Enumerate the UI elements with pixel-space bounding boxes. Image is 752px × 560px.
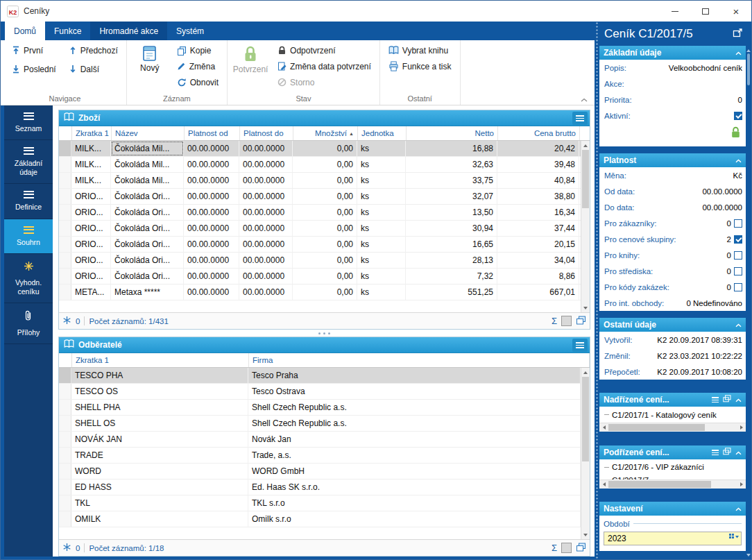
scroll-track[interactable]	[581, 150, 590, 303]
scroll-down-button[interactable]	[581, 530, 590, 539]
list-item[interactable]: C1/2017/6 - VIP zákazníci	[599, 461, 746, 474]
scroll-thumb[interactable]	[608, 424, 705, 431]
sidebar-item-seznam[interactable]: Seznam	[4, 105, 53, 140]
scroll-right-button[interactable]	[737, 480, 746, 489]
tab-domu[interactable]: Domů	[5, 22, 45, 40]
table-row[interactable]: ORIO...Čokoláda Ori...00.00.000000.00.00…	[59, 269, 581, 285]
column-header[interactable]: Jednotka	[358, 126, 407, 140]
table-row[interactable]: ORIO...Čokoláda Ori...00.00.000000.00.00…	[59, 237, 581, 253]
scroll-left-button[interactable]	[599, 423, 608, 432]
table-row[interactable]: MILK...Čokoláda Mil...00.00.000000.00.00…	[59, 173, 581, 189]
sidebar-item-prilohy[interactable]: Přílohy	[4, 303, 53, 344]
field-checkbox[interactable]	[734, 267, 742, 275]
tab-system[interactable]: Systém	[167, 22, 213, 40]
field-checkbox[interactable]	[734, 219, 742, 228]
table-row[interactable]: SHELL OSShell Czech Republic a.s.	[59, 416, 581, 432]
table-row[interactable]: ED HASSEd. Haas SK s.r.o.	[59, 480, 581, 495]
table-row[interactable]: NOVÁK JANNovák Jan	[59, 432, 581, 448]
vertical-scrollbar[interactable]	[581, 141, 590, 312]
first-button[interactable]: První	[7, 42, 61, 58]
scroll-thumb[interactable]	[582, 377, 589, 461]
minimize-button[interactable]	[660, 1, 690, 22]
horizontal-scrollbar[interactable]	[599, 480, 746, 489]
panel-menu-button[interactable]	[572, 339, 588, 352]
panel-splitter[interactable]	[58, 330, 590, 337]
last-button[interactable]: Poslední	[7, 61, 61, 77]
list-item[interactable]: C1/2017/7 - …	[599, 474, 746, 480]
tab-hromadne-akce[interactable]: Hromadné akce	[90, 22, 167, 40]
panel-menu-button[interactable]	[572, 112, 588, 125]
edit-button[interactable]: Změna	[172, 58, 223, 74]
functions-print-button[interactable]: Funkce a tisk	[384, 58, 456, 74]
table-row[interactable]: TESCO OSTesco Ostrava	[59, 384, 581, 400]
field-checkbox[interactable]	[734, 112, 742, 120]
previous-button[interactable]: Předchozí	[64, 42, 123, 58]
refresh-button[interactable]: Obnovit	[172, 74, 223, 90]
cancel-record-button[interactable]: Storno	[273, 74, 376, 90]
table-row[interactable]: TESCO PHATesco Praha	[59, 368, 581, 384]
vertical-scrollbar[interactable]	[581, 368, 590, 539]
table-row[interactable]: ORIO...Čokoláda Ori...00.00.000000.00.00…	[59, 221, 581, 237]
table-row[interactable]: TRADETrade, a.s.	[59, 448, 581, 464]
obdobi-select[interactable]: 2023	[604, 532, 742, 545]
table-row[interactable]: MILK...Čokoláda Mil...00.00.000000.00.00…	[59, 141, 581, 157]
column-header[interactable]: Zkratka 1	[72, 353, 249, 367]
table-row[interactable]: OMILKOmilk s.r.o	[59, 511, 581, 527]
horizontal-scrollbar[interactable]	[599, 423, 746, 432]
section-header[interactable]: Podřízené cení...	[599, 446, 746, 459]
section-header[interactable]: Nastavení	[599, 502, 746, 516]
section-header[interactable]: Ostatní údaje	[599, 318, 746, 332]
layered-squares-icon[interactable]	[723, 448, 731, 457]
scroll-up-button[interactable]	[581, 368, 590, 377]
layered-squares-icon[interactable]	[576, 316, 586, 326]
scroll-right-button[interactable]	[737, 423, 746, 432]
open-in-window-icon[interactable]	[733, 27, 743, 41]
scroll-up-button[interactable]	[581, 141, 590, 150]
maximize-button[interactable]	[690, 1, 721, 22]
sidebar-item-vyhodnoceni-ceniku[interactable]: Vyhodn. ceníku	[4, 254, 53, 303]
new-record-button[interactable]: Nový	[130, 42, 169, 73]
column-header[interactable]: Zkratka 1	[72, 126, 112, 140]
empty-indicator-box[interactable]	[561, 316, 572, 326]
column-header[interactable]: Firma	[249, 353, 590, 367]
section-header[interactable]: Základní údaje	[599, 46, 746, 60]
sum-icon[interactable]: Σ	[552, 316, 557, 325]
table-row[interactable]: ORIO...Čokoláda Ori...00.00.000000.00.00…	[59, 253, 581, 269]
sidebar-item-definice[interactable]: Definice	[4, 184, 53, 219]
detail-scrollbar[interactable]	[746, 22, 751, 559]
scroll-thumb[interactable]	[747, 53, 750, 85]
table-row[interactable]: ORIO...Čokoláda Ori...00.00.000000.00.00…	[59, 189, 581, 205]
filter-snowflake-ic on[interactable]	[62, 543, 71, 553]
sidebar-item-zakladni-udaje[interactable]: Základní údaje	[4, 140, 53, 184]
scroll-track[interactable]	[608, 423, 737, 432]
column-header[interactable]: Platnost od	[185, 126, 240, 140]
column-header[interactable]: Platnost do	[240, 126, 293, 140]
copy-button[interactable]: Kopie	[172, 42, 223, 58]
scroll-down-button[interactable]	[581, 303, 590, 312]
select-book-button[interactable]: Vybrat knihu	[384, 42, 456, 58]
ribbon-collapse-icon[interactable]	[581, 98, 588, 102]
hamburger-icon[interactable]	[712, 450, 719, 455]
empty-indicator-box[interactable]	[561, 543, 572, 553]
section-header[interactable]: Nadřízené cení...	[599, 393, 746, 407]
table-row[interactable]: WORDWORD GmbH	[59, 464, 581, 480]
column-header[interactable]: Cena brutto	[498, 126, 580, 140]
field-checkbox[interactable]	[734, 235, 742, 244]
table-row[interactable]: ORIO...Čokoláda Ori...00.00.000000.00.00…	[59, 205, 581, 221]
layered-squares-icon[interactable]	[576, 543, 586, 553]
filter-snowflake-icon[interactable]	[62, 316, 71, 326]
layered-squares-icon[interactable]	[723, 395, 731, 405]
detail-splitter[interactable]	[595, 22, 599, 559]
table-row[interactable]: SHELL PHAShell Czech Republic a.s.	[59, 400, 581, 416]
field-checkbox[interactable]	[734, 251, 742, 260]
column-header[interactable]: Netto	[407, 126, 498, 140]
table-row[interactable]: MILK...Čokoláda Mil...00.00.000000.00.00…	[59, 157, 581, 173]
list-item[interactable]: C1/2017/1 - Katalogový ceník	[599, 408, 746, 421]
scroll-thumb[interactable]	[608, 481, 711, 488]
scroll-track[interactable]	[608, 480, 737, 489]
hamburger-icon[interactable]	[712, 397, 719, 402]
confirm-button[interactable]: Potvrzení	[231, 42, 270, 74]
scroll-track[interactable]	[581, 377, 590, 530]
scroll-left-button[interactable]	[599, 480, 608, 489]
next-button[interactable]: Další	[64, 61, 123, 77]
